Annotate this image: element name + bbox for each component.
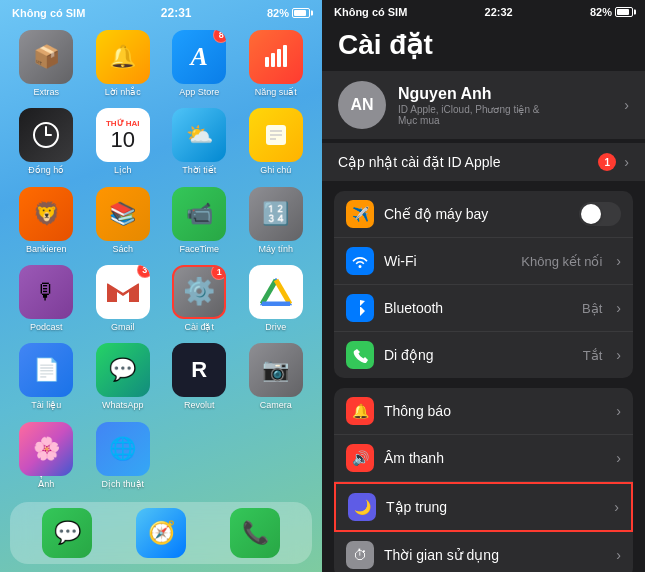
app-loinac[interactable]: 🔔 Lời nhắc [89,30,158,100]
focus-row[interactable]: 🌙 Tập trung › [334,482,633,532]
right-battery-icon [615,7,633,17]
app-label-dichtuat: Dịch thuật [101,479,144,489]
dock-phone[interactable]: 📞 [230,508,280,558]
left-carrier: Không có SIM [12,7,85,19]
bluetooth-label: Bluetooth [384,300,572,316]
app-icon-whatsapp: 💬 [96,343,150,397]
apple-id-update-row[interactable]: Cập nhật cài đặt ID Apple 1 › [322,143,645,181]
app-dichtuat[interactable]: 🌐 Dịch thuật [89,422,158,492]
app-caidat[interactable]: ⚙️ 1 Cài đặt [165,265,234,335]
airplane-toggle-knob [581,204,601,224]
app-appstore[interactable]: A 8 App Store [165,30,234,100]
notif-icon: 🔔 [346,397,374,425]
apple-id-chevron: › [624,154,629,170]
dock-icon-phone: 📞 [230,508,280,558]
app-bankieren[interactable]: 🦁 Bankieren [12,187,81,257]
notifications-group: 🔔 Thông báo › 🔊 Âm thanh › 🌙 Tập trung ›… [334,388,633,572]
app-label-tailieu: Tài liệu [31,400,61,410]
app-icon-drive [249,265,303,319]
app-tailieu[interactable]: 📄 Tài liệu [12,343,81,413]
app-icon-appstore: A 8 [172,30,226,84]
app-icon-revolut: R [172,343,226,397]
notif-chevron: › [616,403,621,419]
app-icon-maytinh: 🔢 [249,187,303,241]
airplane-row[interactable]: ✈️ Chế độ máy bay [334,191,633,238]
app-icon-tailieu: 📄 [19,343,73,397]
svg-rect-0 [265,57,269,67]
screentime-icon: ⏱ [346,541,374,569]
sound-icon: 🔊 [346,444,374,472]
app-label-appstore: App Store [179,87,219,97]
app-maytinh[interactable]: 🔢 Máy tính [242,187,311,257]
screentime-label: Thời gian sử dụng [384,547,606,563]
app-label-extras: Extras [33,87,59,97]
focus-chevron: › [614,499,619,515]
app-gmail[interactable]: 3 Gmail [89,265,158,335]
app-podcast[interactable]: 🎙 Podcast [12,265,81,335]
left-battery-pct: 82% [267,7,289,19]
app-thoitiet[interactable]: ⛅ Thời tiết [165,108,234,178]
left-screen: Không có SIM 22:31 82% 📦 Extras 🔔 Lời nh… [0,0,322,572]
dock-messages[interactable]: 💬 [42,508,92,558]
app-sach[interactable]: 📚 Sách [89,187,158,257]
app-camera[interactable]: 📷 Camera [242,343,311,413]
app-facetime[interactable]: 📹 FaceTime [165,187,234,257]
app-icon-anh: 🌸 [19,422,73,476]
battery-fill [294,10,306,16]
profile-sub: ID Apple, iCloud, Phương tiện &Mục mua [398,104,612,126]
bluetooth-row[interactable]: Bluetooth Bật › [334,285,633,332]
sound-row[interactable]: 🔊 Âm thanh › [334,435,633,482]
app-label-caidat: Cài đặt [184,322,214,332]
app-label-dongho: Đồng hồ [28,165,64,175]
wifi-row[interactable]: Wi-Fi Không kết nối › [334,238,633,285]
wifi-value: Không kết nối [521,254,602,269]
app-revolut[interactable]: R Revolut [165,343,234,413]
app-icon-lich: THỨ HAI 10 [96,108,150,162]
app-lich[interactable]: THỨ HAI 10 Lịch [89,108,158,178]
app-label-whatsapp: WhatsApp [102,400,144,410]
app-label-gmail: Gmail [111,322,135,332]
app-icon-facetime: 📹 [172,187,226,241]
notif-label: Thông báo [384,403,606,419]
app-label-anh: Ảnh [38,479,54,489]
app-icon-dichtuat: 🌐 [96,422,150,476]
app-dongho[interactable]: Đồng hồ [12,108,81,178]
profile-row[interactable]: AN Nguyen Anh ID Apple, iCloud, Phương t… [322,71,645,139]
app-label-camera: Camera [260,400,292,410]
right-carrier: Không có SIM [334,6,407,18]
airplane-toggle[interactable] [579,202,621,226]
profile-chevron: › [624,97,629,113]
app-extras[interactable]: 📦 Extras [12,30,81,100]
notif-row[interactable]: 🔔 Thông báo › [334,388,633,435]
app-icon-extras: 📦 [19,30,73,84]
app-icon-thoitiet: ⛅ [172,108,226,162]
app-icon-loinac: 🔔 [96,30,150,84]
wifi-chevron: › [616,253,621,269]
app-label-drive: Drive [265,322,286,332]
settings-title: Cài đặt [322,22,645,71]
dock-safari[interactable]: 🧭 [136,508,186,558]
sound-chevron: › [616,450,621,466]
app-ghichu[interactable]: Ghi chú [242,108,311,178]
app-whatsapp[interactable]: 💬 WhatsApp [89,343,158,413]
app-label-sach: Sách [112,244,133,254]
app-label-revolut: Revolut [184,400,215,410]
app-label-maytinh: Máy tính [258,244,293,254]
app-drive[interactable]: Drive [242,265,311,335]
screentime-row[interactable]: ⏱ Thời gian sử dụng › [334,532,633,572]
mobile-value: Tắt [583,348,603,363]
app-nanguat[interactable]: Năng suất [242,30,311,100]
wifi-label: Wi-Fi [384,253,511,269]
caidat-badge: 1 [211,265,226,280]
app-label-loinac: Lời nhắc [105,87,141,97]
app-label-facetime: FaceTime [179,244,219,254]
airplane-icon: ✈️ [346,200,374,228]
right-battery-pct: 82% [590,6,612,18]
app-anh[interactable]: 🌸 Ảnh [12,422,81,492]
connectivity-group: ✈️ Chế độ máy bay Wi-Fi Không kết nối › [334,191,633,378]
mobile-row[interactable]: Di động Tắt › [334,332,633,378]
dock: 💬 🧭 📞 [10,502,312,564]
profile-name: Nguyen Anh [398,85,612,103]
right-battery-fill [617,9,629,15]
app-icon-nanguat [249,30,303,84]
